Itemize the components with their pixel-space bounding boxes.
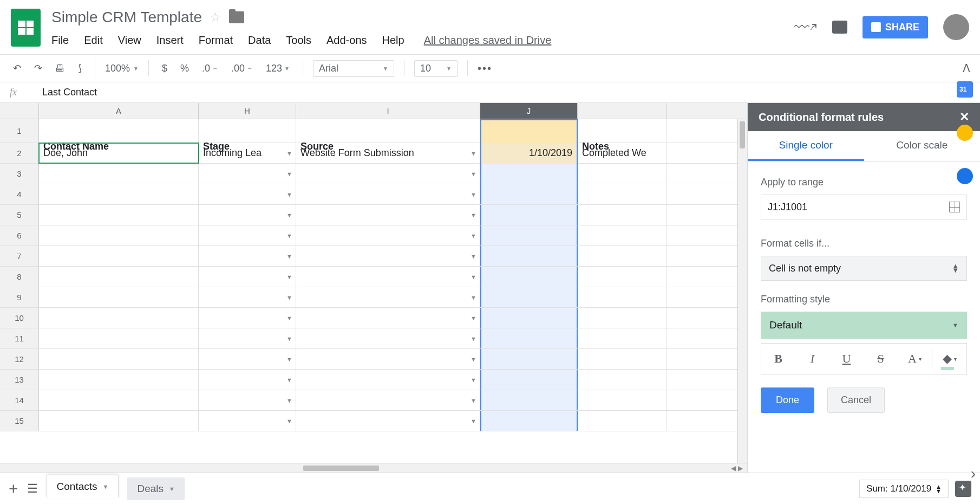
style-dropdown[interactable]: Default ▼ [761, 312, 967, 339]
save-status[interactable]: All changes saved in Drive [424, 34, 552, 47]
explore-icon[interactable] [955, 481, 971, 497]
cell[interactable] [480, 164, 578, 184]
cell[interactable]: Completed We [578, 143, 667, 163]
cell[interactable]: ▼ [296, 225, 480, 245]
menu-format[interactable]: Format [199, 34, 233, 47]
cell[interactable]: ▼ [199, 164, 296, 184]
cell[interactable] [480, 205, 578, 225]
cell[interactable]: ▼ [199, 328, 296, 348]
cell[interactable]: ▼ [199, 225, 296, 245]
condition-select[interactable]: Cell is not empty ▲▼ [761, 256, 967, 281]
dropdown-icon[interactable]: ▼ [286, 294, 292, 301]
keep-icon[interactable] [957, 125, 973, 141]
cell[interactable] [480, 308, 578, 328]
tab-single-color[interactable]: Single color [748, 131, 864, 161]
cell[interactable] [578, 390, 667, 410]
select-all-corner[interactable] [0, 103, 39, 119]
dropdown-icon[interactable]: ▼ [286, 274, 292, 280]
dropdown-icon[interactable]: ▼ [286, 377, 292, 383]
cell[interactable]: ▼ [199, 349, 296, 369]
cell[interactable] [480, 225, 578, 245]
chevron-down-icon[interactable]: ▼ [169, 486, 175, 492]
cell[interactable] [39, 328, 199, 348]
more-toolbar-icon[interactable]: ••• [478, 62, 492, 75]
cell[interactable]: ▼ [199, 267, 296, 287]
cell[interactable]: ▼ [296, 287, 480, 307]
cell[interactable]: ▼ [296, 349, 480, 369]
cell[interactable] [578, 184, 667, 204]
row-header[interactable]: 13 [0, 370, 39, 390]
dropdown-icon[interactable]: ▼ [471, 377, 476, 383]
cell[interactable] [39, 184, 199, 204]
increase-decimal-button[interactable]: .00→ [228, 61, 256, 76]
cell[interactable] [39, 370, 199, 390]
formula-input[interactable]: Last Contact [42, 87, 97, 98]
cell[interactable] [480, 267, 578, 287]
menu-addons[interactable]: Add-ons [326, 34, 367, 47]
calendar-icon[interactable] [957, 81, 973, 98]
menu-tools[interactable]: Tools [286, 34, 311, 47]
cell[interactable]: ▼ [296, 390, 480, 410]
cell[interactable] [578, 225, 667, 245]
dropdown-icon[interactable]: ▼ [471, 294, 476, 301]
dropdown-icon[interactable]: ▼ [471, 315, 476, 321]
row-header[interactable]: 3 [0, 164, 39, 184]
menu-insert[interactable]: Insert [156, 34, 184, 47]
avatar[interactable] [943, 14, 969, 40]
print-icon[interactable]: 🖶 [52, 61, 68, 76]
more-formats-dropdown[interactable]: 123 ▼ [263, 61, 293, 76]
bold-button[interactable]: B [761, 352, 795, 366]
dropdown-icon[interactable]: ▼ [471, 274, 476, 280]
cell[interactable] [578, 308, 667, 328]
dropdown-icon[interactable]: ▼ [286, 191, 292, 198]
dropdown-icon[interactable]: ▼ [471, 191, 476, 198]
cell[interactable]: ▼ [296, 411, 480, 431]
cell[interactable] [578, 246, 667, 266]
dropdown-icon[interactable]: ▼ [286, 171, 292, 177]
dropdown-icon[interactable]: ▼ [286, 315, 292, 321]
dropdown-icon[interactable]: ▼ [286, 418, 292, 424]
dropdown-icon[interactable]: ▼ [471, 253, 476, 260]
cell[interactable] [578, 267, 667, 287]
cell[interactable] [578, 411, 667, 431]
dropdown-icon[interactable]: ▼ [286, 150, 292, 157]
grid-icon[interactable] [949, 202, 960, 212]
all-sheets-icon[interactable]: ☰ [27, 482, 38, 496]
cell[interactable]: ▼ [296, 164, 480, 184]
cell[interactable] [480, 328, 578, 348]
row-header[interactable]: 6 [0, 225, 39, 245]
cell[interactable]: Incoming Lea▼ [199, 143, 296, 163]
column-header-h[interactable]: H [199, 103, 296, 119]
sheets-logo-icon[interactable] [11, 9, 41, 47]
cell[interactable] [578, 164, 667, 184]
cell[interactable]: ▼ [199, 370, 296, 390]
share-button[interactable]: SHARE [863, 16, 928, 38]
cell[interactable]: Doe, John [39, 143, 199, 163]
row-header[interactable]: 10 [0, 308, 39, 328]
star-icon[interactable]: ☆ [210, 10, 221, 25]
row-header[interactable]: 2 [0, 143, 39, 163]
cell[interactable] [39, 390, 199, 410]
cell[interactable] [480, 246, 578, 266]
cell[interactable] [39, 411, 199, 431]
dropdown-icon[interactable]: ▼ [286, 335, 292, 342]
zoom-dropdown[interactable]: 100% ▼ [105, 63, 139, 74]
font-dropdown[interactable]: Arial ▼ [313, 60, 394, 77]
cell[interactable] [480, 184, 578, 204]
dropdown-icon[interactable]: ▼ [471, 212, 476, 218]
dropdown-icon[interactable]: ▼ [286, 397, 292, 404]
row-header[interactable]: 7 [0, 246, 39, 266]
cell[interactable] [39, 164, 199, 184]
paint-format-icon[interactable]: ⟆ [75, 60, 85, 76]
cell[interactable]: ▼ [296, 184, 480, 204]
doc-title[interactable]: Simple CRM Template [51, 9, 202, 26]
column-header-j[interactable]: J [480, 103, 578, 119]
dropdown-icon[interactable]: ▼ [471, 171, 476, 177]
cell[interactable]: ▼ [199, 246, 296, 266]
sheet-tab-deals[interactable]: Deals ▼ [127, 477, 184, 500]
cell[interactable]: ▼ [199, 205, 296, 225]
dropdown-icon[interactable]: ▼ [286, 212, 292, 218]
folder-icon[interactable] [229, 11, 244, 23]
cancel-button[interactable]: Cancel [827, 387, 885, 413]
row-header[interactable]: 15 [0, 411, 39, 431]
